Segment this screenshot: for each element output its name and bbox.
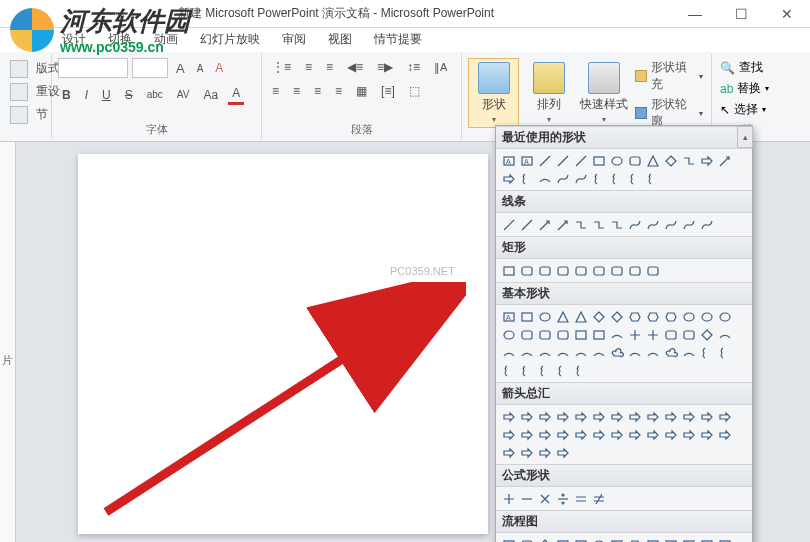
shape-option[interactable] xyxy=(554,216,571,233)
italic-button[interactable]: I xyxy=(81,86,92,104)
shape-option[interactable] xyxy=(626,326,643,343)
section-button[interactable]: 节 xyxy=(32,104,52,125)
shape-option[interactable] xyxy=(698,426,715,443)
shape-option[interactable] xyxy=(554,152,571,169)
shape-option[interactable] xyxy=(590,170,607,187)
shape-option[interactable] xyxy=(518,170,535,187)
shrink-font-button[interactable]: A xyxy=(193,61,208,76)
shape-option[interactable] xyxy=(644,152,661,169)
shape-option[interactable] xyxy=(644,326,661,343)
shape-option[interactable] xyxy=(698,344,715,361)
shape-option[interactable] xyxy=(680,326,697,343)
shape-option[interactable] xyxy=(608,536,625,542)
shape-option[interactable] xyxy=(662,536,679,542)
shape-option[interactable] xyxy=(662,152,679,169)
shape-option[interactable] xyxy=(500,426,517,443)
shape-option[interactable] xyxy=(626,170,643,187)
shape-option[interactable] xyxy=(608,326,625,343)
shape-option[interactable] xyxy=(680,408,697,425)
shape-option[interactable] xyxy=(536,216,553,233)
shape-option[interactable] xyxy=(554,490,571,507)
shape-option[interactable] xyxy=(662,426,679,443)
arrange-button[interactable]: 排列 ▾ xyxy=(523,58,574,128)
shape-option[interactable] xyxy=(662,408,679,425)
shape-option[interactable] xyxy=(716,344,733,361)
shape-option[interactable] xyxy=(518,426,535,443)
shape-option[interactable] xyxy=(500,536,517,542)
shape-option[interactable] xyxy=(500,490,517,507)
shape-option[interactable] xyxy=(554,170,571,187)
shape-option[interactable] xyxy=(500,362,517,379)
shape-option[interactable] xyxy=(572,216,589,233)
shape-option[interactable] xyxy=(590,344,607,361)
shape-option[interactable] xyxy=(572,536,589,542)
shape-option[interactable] xyxy=(590,326,607,343)
char-spacing-button[interactable]: AV xyxy=(173,87,194,102)
shape-option[interactable] xyxy=(572,152,589,169)
shape-option[interactable] xyxy=(716,536,733,542)
shape-option[interactable] xyxy=(536,490,553,507)
shape-option[interactable] xyxy=(626,308,643,325)
shapes-button[interactable]: 形状 ▾ xyxy=(468,58,519,128)
font-color-button[interactable]: A xyxy=(228,84,244,105)
shape-option[interactable] xyxy=(626,262,643,279)
shape-option[interactable] xyxy=(572,344,589,361)
shape-option[interactable] xyxy=(716,408,733,425)
shape-option[interactable] xyxy=(680,426,697,443)
shape-option[interactable] xyxy=(626,216,643,233)
shadow-button[interactable]: abc xyxy=(143,87,167,102)
shape-option[interactable] xyxy=(500,444,517,461)
shape-option[interactable] xyxy=(500,216,517,233)
shape-option[interactable] xyxy=(572,362,589,379)
shape-option[interactable] xyxy=(698,536,715,542)
tab-storyboard[interactable]: 情节提要 xyxy=(372,27,424,52)
shape-option[interactable] xyxy=(608,216,625,233)
line-spacing-button[interactable]: ↕≡ xyxy=(403,58,424,76)
find-button[interactable]: 🔍查找 xyxy=(718,58,765,77)
change-case-button[interactable]: Aa xyxy=(199,86,222,104)
list-level-button[interactable]: ≡ xyxy=(322,58,337,76)
shape-option[interactable] xyxy=(518,444,535,461)
shape-option[interactable] xyxy=(572,262,589,279)
shape-option[interactable] xyxy=(590,426,607,443)
shape-option[interactable]: A xyxy=(500,308,517,325)
shape-option[interactable] xyxy=(644,262,661,279)
shape-option[interactable] xyxy=(608,344,625,361)
shape-option[interactable] xyxy=(536,326,553,343)
shape-option[interactable]: A xyxy=(518,152,535,169)
dec-indent-button[interactable]: ◀≡ xyxy=(343,58,367,76)
shape-option[interactable] xyxy=(536,152,553,169)
shape-option[interactable] xyxy=(680,536,697,542)
shape-option[interactable] xyxy=(626,426,643,443)
shape-option[interactable] xyxy=(590,536,607,542)
window-maximize-button[interactable]: ☐ xyxy=(718,0,764,28)
shape-option[interactable] xyxy=(716,152,733,169)
font-size-combo[interactable] xyxy=(132,58,168,78)
shape-option[interactable] xyxy=(608,408,625,425)
shape-option[interactable] xyxy=(590,262,607,279)
shape-option[interactable] xyxy=(536,362,553,379)
shape-option[interactable] xyxy=(554,326,571,343)
shape-option[interactable] xyxy=(500,344,517,361)
shape-option[interactable] xyxy=(572,326,589,343)
select-button[interactable]: ↖选择▾ xyxy=(718,100,768,119)
columns-button[interactable]: ▦ xyxy=(352,82,371,100)
shape-option[interactable] xyxy=(500,326,517,343)
tab-slideshow[interactable]: 幻灯片放映 xyxy=(198,27,262,52)
shape-option[interactable] xyxy=(608,426,625,443)
shape-option[interactable] xyxy=(590,152,607,169)
shape-option[interactable] xyxy=(518,262,535,279)
shape-option[interactable] xyxy=(680,308,697,325)
inc-indent-button[interactable]: ≡▶ xyxy=(373,58,397,76)
shape-option[interactable] xyxy=(626,408,643,425)
align-left-button[interactable]: ≡ xyxy=(268,82,283,100)
shape-option[interactable] xyxy=(518,490,535,507)
window-close-button[interactable]: ✕ xyxy=(764,0,810,28)
underline-button[interactable]: U xyxy=(98,86,115,104)
shape-option[interactable] xyxy=(572,408,589,425)
shape-option[interactable] xyxy=(644,170,661,187)
shape-option[interactable] xyxy=(554,444,571,461)
justify-button[interactable]: ≡ xyxy=(331,82,346,100)
shape-option[interactable] xyxy=(662,326,679,343)
shape-option[interactable] xyxy=(590,216,607,233)
